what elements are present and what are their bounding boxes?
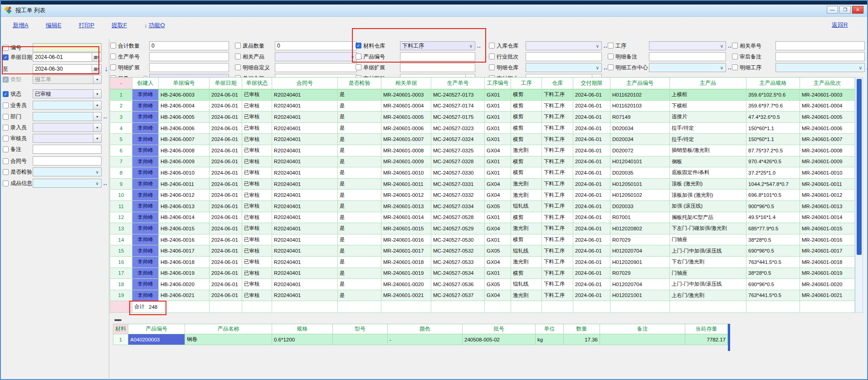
checkbox[interactable] <box>3 45 9 51</box>
cell[interactable]: MR-240601-0012 <box>800 190 855 201</box>
cell[interactable]: 6 <box>110 145 132 156</box>
cell[interactable]: HB-2406-0011 <box>159 179 210 190</box>
checkbox[interactable] <box>489 54 495 59</box>
table-row[interactable]: 7李帅峰HB-2406-00092024-06-01已审核R20240401是M… <box>110 156 855 168</box>
cell[interactable]: 李帅峰 <box>132 156 159 168</box>
cell[interactable]: 是 <box>338 145 381 156</box>
cell[interactable]: H012020704 <box>610 279 670 290</box>
detail-column-header-颜色[interactable]: 颜色 <box>388 324 463 334</box>
cell[interactable]: 2024-06-01 <box>210 245 242 257</box>
table-row[interactable]: 11李帅峰HB-2406-00132024-06-01已审核R20240401是… <box>110 201 855 212</box>
cell[interactable]: 2024-06-01 <box>573 156 610 168</box>
table-row[interactable]: 5李帅峰HB-2406-00072024-06-01已审核R20240401是M… <box>110 134 855 145</box>
detail-column-header-规格[interactable]: 规格 <box>272 324 333 334</box>
cell[interactable]: 7 <box>110 156 132 168</box>
cell[interactable]: 下料工序 <box>542 223 573 234</box>
cell[interactable]: MR-240601-0021 <box>381 290 431 302</box>
cell[interactable]: 17 <box>110 268 132 279</box>
cell[interactable]: 李帅峰 <box>132 212 159 224</box>
column-header-生产单号[interactable]: 生产单号 <box>431 78 485 89</box>
table-row[interactable]: 19李帅峰HB-2406-00212024-06-01已审核R20240401是… <box>110 290 855 302</box>
checkbox[interactable]: ✓ <box>3 91 9 97</box>
column-header-主产品[interactable]: 主产品 <box>670 78 746 89</box>
cell[interactable]: 2024-06-01 <box>210 101 242 112</box>
combo-box[interactable]: ▼ <box>33 101 102 110</box>
cell[interactable]: 19 <box>110 290 132 302</box>
detail-column-header-产品名称[interactable]: 产品名称 <box>185 324 272 334</box>
cell[interactable]: 2024-06-01 <box>573 89 610 101</box>
cell[interactable]: 下料工序 <box>542 279 573 290</box>
detail-scrollbar[interactable] <box>728 324 730 351</box>
column-header-主产品批次[interactable]: 主产品批次 <box>800 78 855 89</box>
cell[interactable]: 是 <box>338 123 381 134</box>
cell[interactable]: MR-240601-0008 <box>800 145 855 156</box>
cell[interactable]: R20240401 <box>272 268 338 279</box>
cell[interactable]: 顶板加强 (激光割) <box>670 190 746 201</box>
table-row[interactable]: 10李帅峰HB-2406-00122024-06-01已审核R20240401是… <box>110 190 855 201</box>
cell[interactable]: 已审核 <box>242 201 272 212</box>
cell[interactable]: GX01 <box>485 89 511 101</box>
cell[interactable]: MC-240527-0537 <box>431 290 485 302</box>
table-row[interactable]: 13李帅峰HB-2406-00152024-06-01已审核R20240401是… <box>110 223 855 234</box>
cell[interactable]: H012020901 <box>610 257 670 268</box>
cell[interactable]: 下料工序 <box>542 268 573 279</box>
detail-cell[interactable]: 7782.17 <box>685 334 728 345</box>
cell[interactable]: 是 <box>338 279 381 290</box>
cell[interactable]: 激光割 <box>511 179 542 190</box>
more-button[interactable]: .. <box>103 179 107 188</box>
cell[interactable]: 门轴座 <box>670 268 746 279</box>
calendar-icon[interactable]: ▦▾ <box>92 53 101 61</box>
cell[interactable]: H011620102 <box>610 89 670 101</box>
text-input[interactable] <box>149 63 229 72</box>
cell[interactable]: R20240401 <box>272 145 338 156</box>
checkbox[interactable] <box>235 64 241 70</box>
cell[interactable]: R20240401 <box>272 112 338 123</box>
cell[interactable]: 18 <box>110 279 132 290</box>
checkbox[interactable]: ✓ <box>3 77 9 83</box>
checkbox[interactable] <box>3 180 9 186</box>
detail-column-header-产品编号[interactable]: 产品编号 <box>128 324 185 334</box>
checkbox[interactable] <box>3 125 9 131</box>
cell[interactable]: GX04 <box>485 223 511 234</box>
cell[interactable]: HB-2406-0012 <box>159 190 210 201</box>
cell[interactable]: 690*96*0.5 <box>746 245 800 257</box>
cell[interactable]: 2024-06-01 <box>210 290 242 302</box>
cell[interactable]: 加强 (滚压线) <box>670 201 746 212</box>
column-header-主产品规格[interactable]: 主产品规格 <box>746 78 800 89</box>
cell[interactable]: MR-240601-0012 <box>381 190 431 201</box>
cell[interactable]: 已审核 <box>242 245 272 257</box>
cell[interactable]: 横剪 <box>511 123 542 134</box>
detail-cell[interactable]: 钢卷 <box>185 334 272 345</box>
checkbox[interactable] <box>235 54 241 59</box>
cell[interactable]: R07149 <box>610 112 670 123</box>
cell[interactable]: MR-240601-0007 <box>381 134 431 145</box>
cell[interactable]: MR-240601-0010 <box>800 167 855 179</box>
detail-column-header-备注[interactable]: 备注 <box>600 324 685 334</box>
cell[interactable]: 已审核 <box>242 112 272 123</box>
cell[interactable]: 门轴座 <box>670 234 746 246</box>
text-input[interactable] <box>649 52 726 61</box>
cell[interactable]: 下料工序 <box>542 145 573 156</box>
cell[interactable]: 2024-06-01 <box>210 268 242 279</box>
cell[interactable]: HB-2406-0004 <box>159 101 210 112</box>
cell[interactable]: GX01 <box>485 101 511 112</box>
cell[interactable]: 下料工序 <box>542 89 573 101</box>
combo-box[interactable]: 报工单▼ <box>33 75 102 84</box>
more-button[interactable]: .. <box>477 41 481 50</box>
checkbox[interactable] <box>489 43 495 49</box>
cell[interactable]: 16 <box>110 257 132 268</box>
cell[interactable]: 是 <box>338 190 381 201</box>
cell[interactable]: 2024-06-01 <box>573 245 610 257</box>
checkbox[interactable] <box>489 64 495 70</box>
date-picker[interactable]: 2024-06-30▦▾ <box>33 64 102 73</box>
cell[interactable]: 2024-06-01 <box>573 145 610 156</box>
dropdown-arrow-icon[interactable]: ▼ <box>93 112 101 121</box>
more-button[interactable]: .. <box>728 63 732 72</box>
cell[interactable]: 已审核 <box>242 101 272 112</box>
cell[interactable]: 已审核 <box>242 145 272 156</box>
cell[interactable]: 下料工序 <box>542 290 573 302</box>
table-row[interactable]: 1李帅峰HB-2406-00032024-06-01已审核R20240401是M… <box>110 89 855 101</box>
cell[interactable]: MC-240527-0533 <box>431 257 485 268</box>
cell[interactable]: GX01 <box>485 134 511 145</box>
cell[interactable]: D020034 <box>610 123 670 134</box>
